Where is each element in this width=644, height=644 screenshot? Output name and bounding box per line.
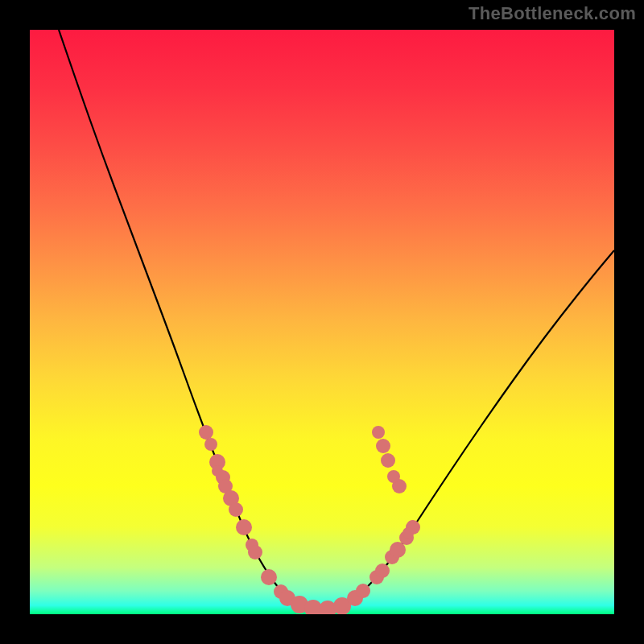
data-point-marker bbox=[261, 569, 277, 585]
bottleneck-curve bbox=[30, 30, 614, 614]
data-point-marker bbox=[375, 564, 390, 578]
data-point-marker bbox=[204, 438, 217, 451]
data-point-marker bbox=[248, 545, 262, 559]
data-point-marker bbox=[199, 425, 213, 440]
data-point-marker bbox=[229, 502, 243, 517]
chart-frame: TheBottleneck.com bbox=[0, 0, 644, 644]
data-point-marker bbox=[381, 453, 395, 468]
watermark-text: TheBottleneck.com bbox=[469, 3, 636, 24]
data-point-marker bbox=[236, 519, 252, 535]
data-point-marker bbox=[356, 584, 370, 598]
data-point-marker bbox=[387, 470, 400, 483]
data-point-marker bbox=[372, 426, 385, 439]
plot-area bbox=[30, 30, 614, 614]
data-point-marker bbox=[402, 527, 414, 539]
data-point-marker bbox=[376, 439, 390, 453]
